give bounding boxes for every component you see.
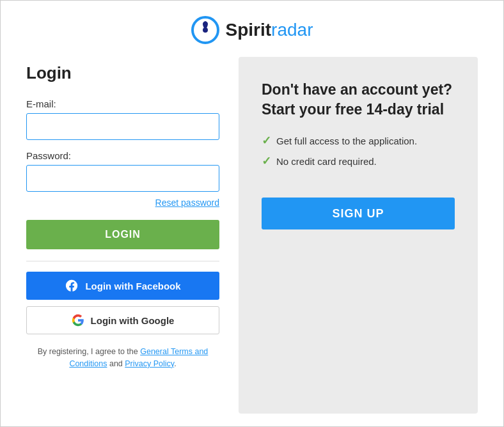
terms-text: By registering, I agree to the General T… <box>26 346 219 370</box>
logo-icon <box>191 16 219 44</box>
main-content: Login E-mail: Password: Reset password L… <box>1 57 503 426</box>
logo-text: Spiritradar <box>226 20 313 40</box>
google-icon <box>72 314 84 327</box>
reset-link-wrap: Reset password <box>26 197 219 208</box>
divider <box>26 261 219 261</box>
check-icon-2: ✓ <box>262 154 271 168</box>
email-field[interactable] <box>26 113 219 140</box>
login-panel: Login E-mail: Password: Reset password L… <box>26 57 219 414</box>
facebook-login-button[interactable]: Login with Facebook <box>26 272 219 300</box>
list-item: ✓ No credit card required. <box>262 154 455 168</box>
feature-list: ✓ Get full access to the application. ✓ … <box>262 134 455 175</box>
feature-1: Get full access to the application. <box>276 136 417 146</box>
promo-panel: Don't have an account yet? Start your fr… <box>239 57 478 414</box>
password-label: Password: <box>26 150 219 161</box>
header: Spiritradar <box>1 1 503 57</box>
privacy-link[interactable]: Privacy Policy <box>125 359 174 368</box>
feature-2: No credit card required. <box>276 156 377 167</box>
check-icon-1: ✓ <box>262 134 271 148</box>
svg-point-1 <box>203 27 208 33</box>
reset-password-link[interactable]: Reset password <box>155 198 219 208</box>
list-item: ✓ Get full access to the application. <box>262 134 455 148</box>
google-login-button[interactable]: Login with Google <box>26 306 219 334</box>
login-button[interactable]: LOGIN <box>26 220 219 249</box>
facebook-icon <box>65 279 79 293</box>
promo-heading: Don't have an account yet? Start your fr… <box>262 80 455 120</box>
password-field[interactable] <box>26 165 219 192</box>
email-label: E-mail: <box>26 98 219 109</box>
login-title: Login <box>26 63 219 83</box>
signup-button[interactable]: SIGN UP <box>262 198 455 229</box>
